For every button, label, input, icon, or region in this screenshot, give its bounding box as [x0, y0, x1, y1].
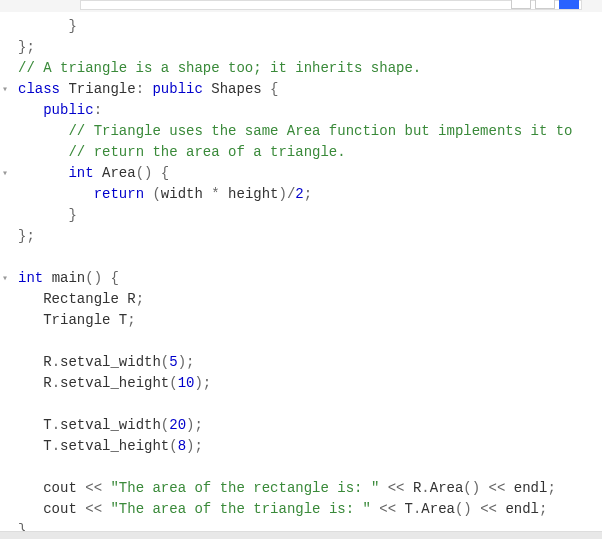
- toolbar-buttons: [511, 0, 579, 9]
- code-line[interactable]: // return the area of a triangle.: [0, 142, 602, 163]
- code-line[interactable]: }: [0, 16, 602, 37]
- code-line[interactable]: int Area() {: [0, 163, 602, 184]
- fold-marker[interactable]: ▾: [2, 268, 8, 289]
- code-line[interactable]: };: [0, 37, 602, 58]
- code-line[interactable]: [0, 457, 602, 478]
- code-line[interactable]: [0, 247, 602, 268]
- fold-marker[interactable]: ▾: [2, 163, 8, 184]
- fold-marker[interactable]: ▾: [2, 79, 8, 100]
- fold-gutter: ▾▾▾: [0, 16, 14, 539]
- code-line[interactable]: [0, 331, 602, 352]
- code-line[interactable]: cout << "The area of the triangle is: " …: [0, 499, 602, 520]
- code-line[interactable]: // Triangle uses the same Area function …: [0, 121, 602, 142]
- code-line[interactable]: public:: [0, 100, 602, 121]
- code-line[interactable]: Triangle T;: [0, 310, 602, 331]
- horizontal-scrollbar[interactable]: [0, 531, 602, 539]
- code-editor[interactable]: ▾▾▾ }};// A triangle is a shape too; it …: [0, 12, 602, 539]
- code-line[interactable]: return (width * height)/2;: [0, 184, 602, 205]
- toolbar-button-3[interactable]: [559, 0, 579, 9]
- toolbar-button-1[interactable]: [511, 0, 531, 9]
- code-line[interactable]: T.setval_width(20);: [0, 415, 602, 436]
- code-line[interactable]: }: [0, 205, 602, 226]
- code-line[interactable]: T.setval_height(8);: [0, 436, 602, 457]
- code-line[interactable]: class Triangle: public Shapes {: [0, 79, 602, 100]
- code-line[interactable]: R.setval_height(10);: [0, 373, 602, 394]
- code-line[interactable]: int main() {: [0, 268, 602, 289]
- editor-toolbar: [80, 0, 582, 10]
- code-line[interactable]: };: [0, 226, 602, 247]
- toolbar-button-2[interactable]: [535, 0, 555, 9]
- code-line[interactable]: R.setval_width(5);: [0, 352, 602, 373]
- code-line[interactable]: // A triangle is a shape too; it inherit…: [0, 58, 602, 79]
- code-line[interactable]: Rectangle R;: [0, 289, 602, 310]
- code-line[interactable]: [0, 394, 602, 415]
- code-line[interactable]: cout << "The area of the rectangle is: "…: [0, 478, 602, 499]
